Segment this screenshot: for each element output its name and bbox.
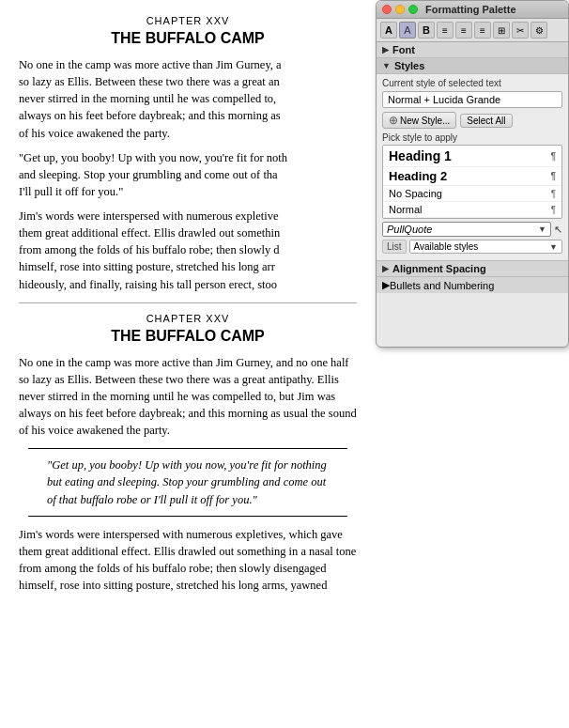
toolbar-icon-gear[interactable]: ⚙ bbox=[531, 22, 547, 39]
styles-section-label: Styles bbox=[394, 60, 424, 71]
style-normal[interactable]: Normal ¶ bbox=[383, 202, 561, 218]
select-all-button[interactable]: Select All bbox=[460, 114, 512, 128]
palette-titlebar: Formatting Palette bbox=[377, 1, 568, 19]
font-triangle-icon: ▶ bbox=[382, 45, 389, 54]
chapter-heading-top: CHAPTER XXV bbox=[19, 15, 357, 26]
chapter-heading-bottom: CHAPTER XXV bbox=[19, 313, 357, 324]
book-title-bottom: THE BUFFALO CAMP bbox=[19, 328, 357, 345]
bullets-section-header[interactable]: ▶ Bullets and Numbering bbox=[377, 276, 568, 293]
font-section-label: Font bbox=[392, 44, 415, 55]
styles-content: Current style of selected text Normal + … bbox=[377, 74, 568, 260]
doc-paragraph-2-top: "Get up, you booby! Up with you now, you… bbox=[19, 149, 357, 200]
heading2-label: Heading 2 bbox=[389, 169, 447, 183]
toolbar-icon-A2[interactable]: A bbox=[399, 22, 416, 39]
toolbar-icon-list1[interactable]: ≡ bbox=[437, 22, 454, 39]
pullquote-value: PullQuote bbox=[387, 224, 432, 235]
heading2-para-mark: ¶ bbox=[550, 171, 556, 181]
close-btn[interactable] bbox=[382, 5, 392, 14]
alignment-section-label: Alignment Spacing bbox=[392, 263, 486, 274]
toolbar-icon-bold[interactable]: B bbox=[418, 22, 435, 39]
select-all-label: Select All bbox=[467, 116, 505, 126]
toolbar-icon-grid[interactable]: ⊞ bbox=[493, 22, 510, 39]
new-style-label: New Style... bbox=[400, 116, 450, 126]
font-section-header[interactable]: ▶ Font bbox=[377, 42, 568, 58]
current-style-label: Current style of selected text bbox=[382, 78, 562, 88]
available-styles-dropdown[interactable]: Available styles ▼ bbox=[409, 240, 562, 254]
toolbar-icon-scissors[interactable]: ✂ bbox=[512, 22, 529, 39]
heading1-para-mark: ¶ bbox=[550, 151, 556, 162]
available-styles-row: List Available styles ▼ bbox=[382, 240, 562, 254]
new-style-button[interactable]: ⊕ New Style... bbox=[382, 112, 456, 129]
dropdown-arrow-icon: ▼ bbox=[538, 225, 546, 234]
doc-paragraph-3-top: Jim's words were interspersed with numer… bbox=[19, 208, 357, 293]
minimize-btn[interactable] bbox=[395, 5, 405, 14]
normal-label: Normal bbox=[389, 204, 422, 215]
toolbar-icon-list3[interactable]: ≡ bbox=[474, 22, 491, 39]
nospacing-label: No Spacing bbox=[389, 188, 442, 199]
toolbar-icon-A[interactable]: A bbox=[380, 22, 397, 39]
plus-icon: ⊕ bbox=[389, 114, 398, 127]
doc-top-section: CHAPTER XXV THE BUFFALO CAMP No one in t… bbox=[19, 15, 357, 293]
book-title-top: THE BUFFALO CAMP bbox=[19, 30, 357, 47]
style-heading2[interactable]: Heading 2 ¶ bbox=[383, 167, 561, 186]
cursor-icon: ↖ bbox=[554, 224, 562, 236]
nospacing-para-mark: ¶ bbox=[551, 189, 556, 199]
pick-style-label: Pick style to apply bbox=[382, 132, 562, 143]
document-area: CHAPTER XXV THE BUFFALO CAMP No one in t… bbox=[0, 0, 376, 728]
style-nospacing[interactable]: No Spacing ¶ bbox=[383, 186, 561, 202]
doc-paragraph-1-bottom: No one in the camp was more active than … bbox=[19, 354, 357, 440]
avail-dropdown-arrow-icon: ▼ bbox=[549, 242, 558, 252]
style-list: Heading 1 ¶ Heading 2 ¶ No Spacing ¶ Nor… bbox=[382, 145, 562, 219]
pullquote-row: PullQuote ▼ ↖ bbox=[382, 222, 562, 237]
heading1-label: Heading 1 bbox=[389, 148, 452, 163]
list-label: List bbox=[382, 240, 407, 254]
available-styles-label: Available styles bbox=[414, 241, 479, 252]
bullets-triangle-icon: ▶ bbox=[382, 279, 390, 291]
alignment-triangle-icon: ▶ bbox=[382, 264, 389, 273]
palette-title: Formatting Palette bbox=[425, 4, 516, 15]
toolbar-icon-list2[interactable]: ≡ bbox=[455, 22, 472, 39]
doc-paragraph-1-top: No one in the camp was more active than … bbox=[19, 56, 357, 142]
alignment-section-header[interactable]: ▶ Alignment Spacing bbox=[377, 260, 568, 276]
styles-section-header[interactable]: ▼ Styles bbox=[377, 58, 568, 74]
style-actions: ⊕ New Style... Select All bbox=[382, 112, 562, 129]
maximize-btn[interactable] bbox=[408, 5, 418, 14]
palette-toolbar: A A B ≡ ≡ ≡ ⊞ ✂ ⚙ bbox=[377, 19, 568, 42]
bullets-section-label: Bullets and Numbering bbox=[390, 280, 494, 291]
section-divider bbox=[19, 302, 357, 303]
formatting-palette: Formatting Palette A A B ≡ ≡ ≡ ⊞ ✂ ⚙ ▶ F… bbox=[376, 0, 569, 348]
pullquote-dropdown[interactable]: PullQuote ▼ bbox=[382, 222, 551, 237]
doc-paragraph-3-bottom: Jim's words were interspersed with numer… bbox=[19, 526, 357, 595]
current-style-value: Normal + Lucida Grande bbox=[382, 91, 562, 108]
style-heading1[interactable]: Heading 1 ¶ bbox=[383, 146, 561, 167]
styles-triangle-icon: ▼ bbox=[382, 61, 391, 70]
normal-para-mark: ¶ bbox=[551, 205, 556, 215]
doc-pullquote: "Get up, you booby! Up with you now, you… bbox=[28, 448, 347, 516]
doc-bottom-section: CHAPTER XXV THE BUFFALO CAMP No one in t… bbox=[19, 313, 357, 595]
